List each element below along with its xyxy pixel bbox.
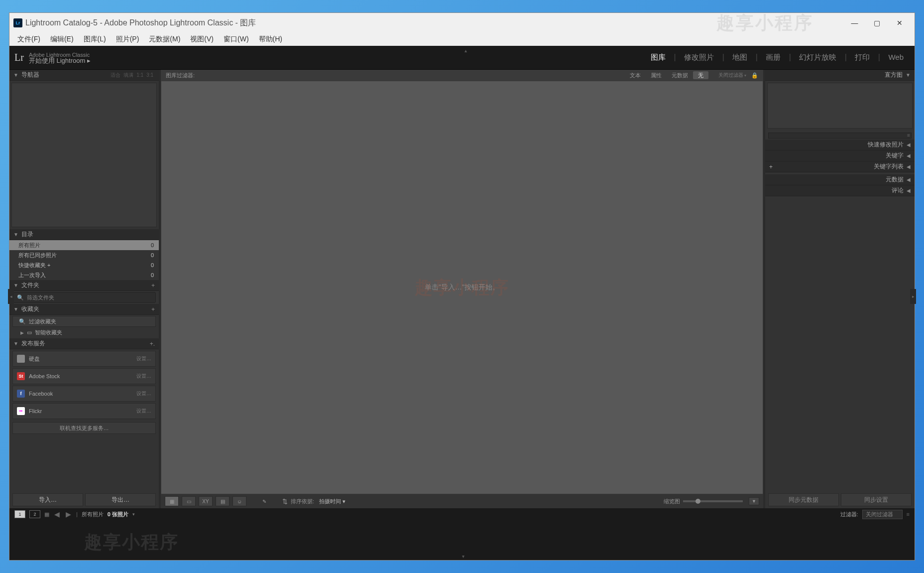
zoom-level-button[interactable]: 填满 xyxy=(123,72,133,78)
publish-header[interactable]: ▼ 发布服务 +. xyxy=(9,338,159,349)
setup-link[interactable]: 设置… xyxy=(136,390,151,397)
sync-settings-button[interactable]: 同步设置 xyxy=(841,493,912,506)
module-tab[interactable]: 修改照片 xyxy=(678,53,720,61)
collapse-top-icon[interactable]: ▴ xyxy=(462,47,469,54)
module-tab[interactable]: Web xyxy=(882,53,910,61)
comments-header[interactable]: 评论 ◀ xyxy=(765,185,915,196)
collection-filter-input[interactable]: 🔍 过滤收藏夹 xyxy=(12,316,156,327)
menu-item[interactable]: 窗口(W) xyxy=(219,34,254,45)
grid-view-button[interactable]: ▦ xyxy=(165,496,179,506)
import-label: 导入… xyxy=(39,496,57,504)
menu-item[interactable]: 帮助(H) xyxy=(254,34,287,45)
histogram-display[interactable] xyxy=(767,83,913,129)
collapse-left-icon[interactable]: ◂ xyxy=(8,289,14,304)
catalog-item[interactable]: 所有照片0 xyxy=(9,240,159,250)
grid-small-icon[interactable]: ▦ xyxy=(44,511,49,518)
keywords-header[interactable]: 关键字 ◀ xyxy=(765,150,915,161)
filter-tab[interactable]: 元数据 xyxy=(667,72,693,78)
chevron-down-icon[interactable]: ▾ xyxy=(132,512,135,517)
people-view-button[interactable]: ☺ xyxy=(232,496,246,506)
add-publish-button[interactable]: +. xyxy=(150,340,155,347)
menu-item[interactable]: 元数据(M) xyxy=(144,34,185,45)
sort-dropdown[interactable]: 拍摄时间 ▾ xyxy=(319,498,346,505)
filter-tab[interactable]: 文本 xyxy=(625,72,646,78)
setup-link[interactable]: 设置… xyxy=(136,355,151,362)
compare-view-button[interactable]: XY xyxy=(199,496,213,506)
sort-direction-button[interactable]: ⇅ xyxy=(282,498,288,505)
filmstrip-source-path[interactable]: 所有照片 xyxy=(82,511,104,518)
primary-monitor-button[interactable]: 1 xyxy=(14,510,25,518)
sync-buttons-row: 同步元数据 同步设置 xyxy=(765,491,915,508)
nav-back-button[interactable]: ◀ xyxy=(53,510,61,518)
smart-collections-item[interactable]: ▶ ▭ 智能收藏夹 xyxy=(9,327,159,338)
filter-tab[interactable]: 属性 xyxy=(646,72,667,78)
publish-service-item[interactable]: StAdobe Stock设置… xyxy=(12,368,156,384)
metadata-preset-dropdown[interactable]: 默认值 xyxy=(768,174,907,185)
chevron-down-icon[interactable]: ▼ xyxy=(749,497,759,505)
menu-item[interactable]: 图库(L) xyxy=(79,34,111,45)
zoom-level-button[interactable]: 适合 xyxy=(111,72,120,78)
separator: | xyxy=(753,53,760,61)
filter-options-icon[interactable]: ≡ xyxy=(907,511,910,517)
import-button[interactable]: 导入… xyxy=(12,493,83,506)
keyword-list-header[interactable]: + 关键字列表 ◀ xyxy=(765,161,915,172)
filter-tab[interactable]: 无 xyxy=(693,71,708,79)
service-icon: f xyxy=(17,390,25,398)
setup-link[interactable]: 设置… xyxy=(136,373,151,380)
zoom-level-button[interactable]: 1:1 xyxy=(136,72,143,78)
collapse-right-icon[interactable]: ▸ xyxy=(910,289,916,304)
publish-service-item[interactable]: fFacebook设置… xyxy=(12,386,156,402)
chevron-down-icon: ▾ xyxy=(744,73,746,78)
add-folder-button[interactable]: + xyxy=(151,282,155,289)
catalog-header[interactable]: ▼ 目录 xyxy=(9,229,159,240)
catalog-item[interactable]: 快捷收藏夹 +0 xyxy=(9,260,159,270)
navigator-preview[interactable] xyxy=(11,83,157,227)
menu-item[interactable]: 文件(F) xyxy=(12,34,45,45)
painter-tool-button[interactable]: ✎ xyxy=(257,496,271,506)
publish-service-item[interactable]: 硬盘设置… xyxy=(12,351,156,367)
menu-item[interactable]: 照片(P) xyxy=(111,34,144,45)
lock-icon[interactable]: 🔒 xyxy=(751,72,758,79)
filter-off-dropdown[interactable]: 关闭过滤器 xyxy=(718,72,743,79)
nav-forward-button[interactable]: ▶ xyxy=(65,510,72,518)
grid-view-area[interactable]: 趣享小程序 单击"导入…"按钮开始。 xyxy=(161,81,763,494)
maximize-button[interactable]: ▢ xyxy=(866,15,888,30)
catalog-item[interactable]: 上一次导入0 xyxy=(9,270,159,280)
thumbnail-size-slider[interactable] xyxy=(683,500,743,502)
collections-header[interactable]: ▼ 收藏夹 + xyxy=(9,304,159,315)
setup-link[interactable]: 设置… xyxy=(136,408,151,415)
catalog-item[interactable]: 所有已同步照片0 xyxy=(9,250,159,260)
menu-item[interactable]: 编辑(E) xyxy=(45,34,79,45)
filmstrip-filter-dropdown[interactable]: 关闭过滤器 xyxy=(862,510,903,519)
module-tab[interactable]: 打印 xyxy=(849,53,876,61)
module-tab[interactable]: 地图 xyxy=(726,53,753,61)
zoom-level-button[interactable]: 3:1 xyxy=(146,72,153,78)
chevron-left-icon: ◀ xyxy=(907,164,911,169)
histogram-header[interactable]: 直方图 ▼ xyxy=(765,70,915,81)
module-tab[interactable]: 画册 xyxy=(760,53,787,61)
folder-filter-input[interactable]: 🔍 筛选文件夹 xyxy=(12,292,156,303)
export-button[interactable]: 导出… xyxy=(85,493,156,506)
secondary-monitor-button[interactable]: 2 xyxy=(29,510,40,518)
survey-view-button[interactable]: ▤ xyxy=(216,496,230,506)
sync-metadata-button[interactable]: 同步元数据 xyxy=(768,493,839,506)
minimize-button[interactable]: — xyxy=(843,15,866,30)
add-collection-button[interactable]: + xyxy=(151,306,155,313)
publish-service-item[interactable]: ••Flickr设置… xyxy=(12,403,156,419)
catalog-item-count: 0 xyxy=(151,262,154,268)
module-tab[interactable]: 图库 xyxy=(645,53,672,61)
logo-main-link[interactable]: 开始使用 Lightroom ▸ xyxy=(29,57,91,64)
loupe-view-button[interactable]: ▭ xyxy=(182,496,196,506)
menu-item[interactable]: 视图(V) xyxy=(185,34,219,45)
quick-develop-header[interactable]: 快速修改照片 ◀ xyxy=(765,140,915,150)
add-keyword-button[interactable]: + xyxy=(769,163,773,170)
navigator-zoom-levels: 适合填满1:13:1 xyxy=(109,72,155,79)
module-tab[interactable]: 幻灯片放映 xyxy=(793,53,842,61)
watermark-text: 趣享小程序 xyxy=(716,11,813,35)
filmstrip-area[interactable]: 趣享小程序 ▾ xyxy=(9,520,915,560)
find-more-services-button[interactable]: 联机查找更多服务… xyxy=(12,422,156,434)
close-button[interactable]: ✕ xyxy=(888,15,911,30)
collapse-bottom-icon[interactable]: ▾ xyxy=(462,554,464,559)
folders-header[interactable]: ▼ 文件夹 + xyxy=(9,280,159,291)
navigator-header[interactable]: ▼ 导航器 适合填满1:13:1 xyxy=(9,70,159,81)
